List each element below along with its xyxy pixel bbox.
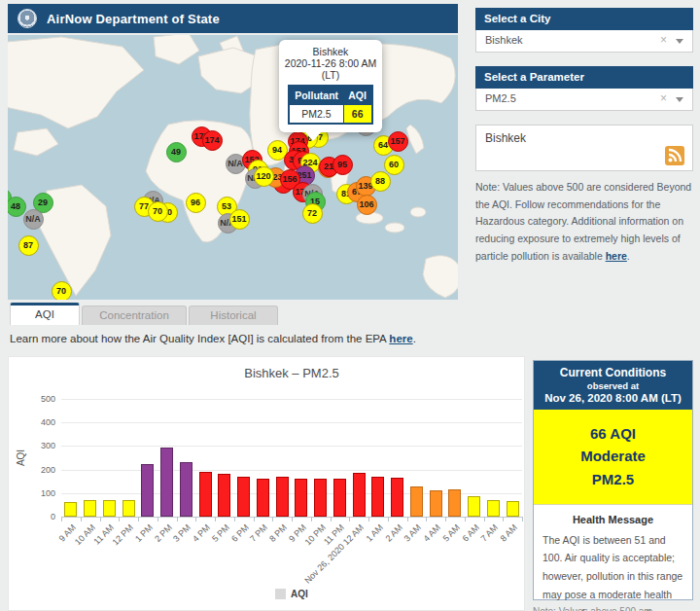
y-axis-tick-label: 400 [22, 417, 55, 427]
x-axis-tick-mark [407, 517, 408, 521]
chart-bar[interactable] [160, 448, 173, 517]
chart-bar[interactable] [507, 501, 519, 517]
y-axis-tick-label: 500 [22, 394, 55, 404]
x-axis-tick-mark [426, 517, 427, 521]
chart-bar[interactable] [180, 462, 192, 517]
sidebar-note-link[interactable]: here [606, 250, 627, 262]
aqi-marker[interactable]: 96 [186, 193, 206, 213]
aqi-marker[interactable]: 48 [8, 197, 26, 217]
chart-bar[interactable] [448, 489, 461, 517]
world-map[interactable]: 4829N/A877017517449N/A7730709653N/A151N/… [8, 35, 458, 300]
cc-title: Current Conditions [536, 366, 690, 379]
chart-bar[interactable] [103, 500, 116, 517]
parameter-select[interactable]: PM2.5 × [475, 89, 693, 111]
chart-bar[interactable] [122, 500, 135, 517]
chart-bar[interactable] [257, 479, 269, 517]
chart-gridline [61, 470, 522, 471]
chart-bar[interactable] [295, 479, 307, 517]
health-message-text: The AQI is between 51 and 100. Air quali… [534, 525, 692, 611]
chart-bar[interactable] [353, 473, 366, 517]
popup-pollutant-value: PM2.5 [289, 105, 343, 125]
aqi-marker[interactable]: 70 [148, 201, 168, 222]
dos-seal-icon [18, 9, 37, 28]
city-chevron-down-icon[interactable] [676, 39, 683, 44]
x-axis-tick-mark [368, 517, 369, 521]
chart-bar[interactable] [391, 478, 403, 517]
aqi-marker[interactable]: 88 [370, 171, 391, 192]
chart-bar[interactable] [468, 496, 480, 517]
x-axis-tick-mark [311, 517, 312, 521]
popup-timezone: (LT) [283, 69, 378, 81]
legend-label: AQI [291, 589, 308, 599]
learn-more-link[interactable]: here [389, 333, 412, 344]
x-axis-tick-mark [177, 517, 178, 521]
aqi-marker[interactable]: 157 [388, 131, 408, 152]
chart-bar[interactable] [84, 500, 96, 517]
popup-col-aqi: AQI [343, 86, 372, 105]
chart-bar[interactable] [64, 502, 77, 517]
x-axis-tick-mark [195, 517, 196, 521]
x-axis-tick-mark [272, 517, 273, 521]
city-select[interactable]: Bishkek × [475, 30, 693, 53]
sidebar-note: Note: Values above 500 are considered Be… [475, 179, 695, 265]
y-axis-tick-label: 200 [22, 465, 55, 475]
aqi-marker[interactable]: 70 [52, 281, 72, 301]
chart-bar[interactable] [199, 472, 212, 517]
chart-bar[interactable] [410, 486, 423, 517]
x-axis-tick-mark [158, 517, 158, 521]
popup-aqi-value: 66 [343, 105, 372, 125]
chart-bar[interactable] [333, 479, 346, 517]
chart-plot-area: 01002003004005009 AM10 AM11 AM12 PM1 PM2… [9, 357, 524, 610]
rss-icon[interactable] [665, 146, 684, 165]
chart-bar[interactable] [141, 464, 154, 517]
select-city-header: Select a City [475, 8, 693, 30]
aqi-marker[interactable]: 87 [18, 235, 39, 256]
aqi-marker[interactable]: 106 [357, 195, 377, 215]
parameter-clear-icon[interactable]: × [660, 89, 667, 109]
chart-bar[interactable] [314, 479, 327, 517]
x-axis-tick-mark [349, 517, 350, 521]
aqi-marker[interactable]: 174 [202, 130, 223, 151]
tab-historical[interactable]: Historical [189, 306, 278, 325]
sidebar-note-period: . [627, 250, 630, 262]
cc-aqi-block: 66 AQI Moderate PM2.5 [534, 410, 692, 505]
aqi-marker[interactable]: 72 [302, 203, 323, 224]
tab-concentration[interactable]: Concentration [82, 306, 187, 325]
popup-arrow [304, 131, 322, 141]
chart-bar[interactable] [218, 474, 230, 517]
chart-bar[interactable] [430, 490, 442, 517]
parameter-chevron-down-icon[interactable] [676, 97, 683, 102]
chart-bar[interactable] [371, 477, 384, 517]
popup-col-pollutant: Pollutant [289, 86, 343, 105]
chart-legend[interactable]: AQI [61, 589, 522, 599]
chart-gridline [61, 446, 522, 447]
aqi-marker[interactable]: 151 [229, 209, 250, 230]
aqi-marker[interactable]: 60 [384, 155, 404, 175]
x-axis-tick-mark [503, 517, 504, 521]
aqi-marker[interactable]: 95 [332, 155, 353, 175]
city-clear-icon[interactable]: × [660, 30, 667, 51]
learn-more-line: Learn more about how the Air Quality Ind… [10, 333, 416, 344]
aqi-marker[interactable]: N/A [23, 209, 44, 230]
x-axis-tick-mark [292, 517, 293, 521]
learn-more-period: . [413, 333, 416, 344]
x-axis-tick-mark [234, 517, 235, 521]
chart-bar[interactable] [487, 500, 500, 517]
popup-datetime: 2020-11-26 8:00 AM [283, 57, 378, 69]
cc-observed-at: observed at [536, 380, 690, 391]
page: AirNow Department of State [0, 0, 700, 611]
current-conditions-header: Current Conditions observed at Nov 26, 2… [534, 361, 692, 410]
y-axis-tick-label: 0 [22, 512, 55, 521]
parameter-select-value: PM2.5 [485, 92, 516, 104]
chart-bar[interactable] [276, 477, 289, 517]
select-parameter-header: Select a Parameter [475, 66, 693, 89]
aqi-marker[interactable]: 49 [166, 142, 187, 162]
x-axis-tick-mark [484, 517, 485, 521]
chart-gridline [61, 399, 522, 400]
chart-bar[interactable] [237, 477, 250, 517]
x-axis-tick-mark [388, 517, 389, 521]
learn-more-text: Learn more about how the Air Quality Ind… [10, 333, 389, 344]
tab-aqi[interactable]: AQI [10, 303, 80, 325]
aqi-marker[interactable]: 120 [254, 166, 274, 187]
x-axis-tick-mark [119, 517, 120, 521]
